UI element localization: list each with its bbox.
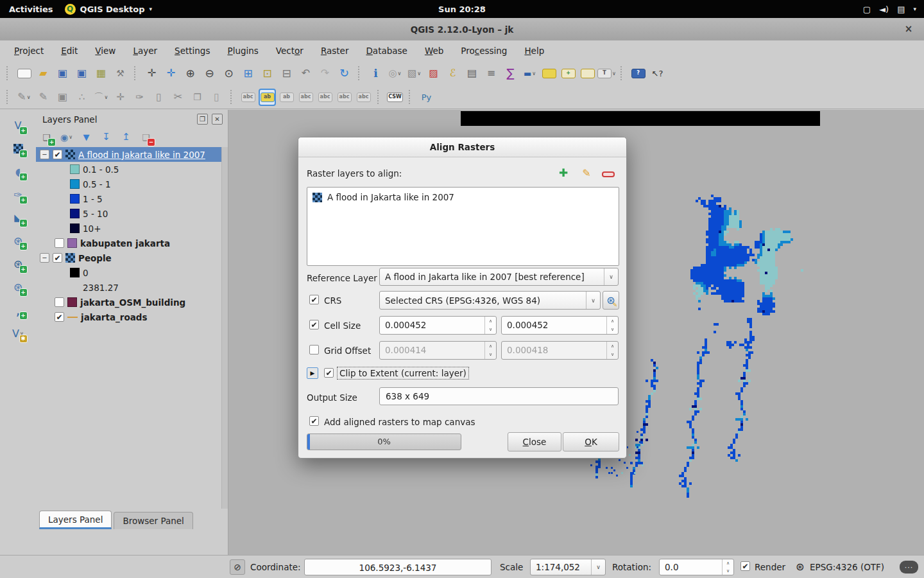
- paste-features-icon[interactable]: ▯: [209, 89, 225, 105]
- add-wcs-layer-icon[interactable]: ⊛+: [10, 279, 26, 295]
- menu-raster[interactable]: Raster: [321, 46, 349, 56]
- zoom-to-selection-icon[interactable]: ⊡: [259, 66, 275, 82]
- add-vector-layer-icon[interactable]: V+: [10, 118, 26, 134]
- add-raster-layer-icon[interactable]: +: [10, 141, 26, 157]
- volume-icon[interactable]: ◄): [879, 4, 889, 14]
- toggle-editing-icon[interactable]: ✎: [35, 89, 51, 105]
- extents-toggle-icon[interactable]: ⊘: [230, 559, 245, 575]
- ok-button[interactable]: OK: [563, 432, 619, 451]
- crs-select-button[interactable]: ⊛ ✎: [603, 291, 619, 310]
- legend-item[interactable]: 1 - 5: [36, 191, 221, 206]
- zoom-native-icon[interactable]: ⊙: [221, 66, 237, 82]
- refresh-icon[interactable]: ↻: [336, 66, 352, 82]
- render-checkbox[interactable]: ✔: [740, 561, 750, 571]
- window-close-button[interactable]: ×: [902, 22, 915, 35]
- collapse-all-icon[interactable]: ↥: [118, 129, 134, 145]
- delete-selected-icon[interactable]: ▯: [151, 89, 167, 105]
- clip-extent-checkbox[interactable]: ✔: [324, 368, 334, 378]
- select-features-icon[interactable]: ▧∨: [406, 66, 422, 82]
- add-oracle-layer-icon[interactable]: ⊛+: [10, 233, 26, 249]
- move-feature-icon[interactable]: ✛: [112, 89, 128, 105]
- copy-features-icon[interactable]: ❐: [189, 89, 205, 105]
- zoom-next-icon[interactable]: ↷: [317, 66, 333, 82]
- crs-combo[interactable]: Selected CRS (EPSG:4326, WGS 84) ∨: [379, 291, 601, 310]
- cell-size-x-spinbox[interactable]: 0.000452 ∧∨: [379, 316, 497, 335]
- menu-database[interactable]: Database: [366, 46, 407, 56]
- legend-item[interactable]: 5 - 10: [36, 206, 221, 221]
- label-move-icon[interactable]: abc: [317, 89, 333, 105]
- expand-all-icon[interactable]: ↧: [98, 129, 114, 145]
- menu-edit[interactable]: Edit: [61, 46, 78, 56]
- measure-icon[interactable]: ▬∨: [522, 66, 538, 82]
- battery-icon[interactable]: ▤: [897, 4, 905, 14]
- label-show-hide-icon[interactable]: abc: [298, 89, 314, 105]
- expander-icon[interactable]: −: [40, 253, 49, 263]
- select-by-expression-icon[interactable]: ℰ: [445, 66, 461, 82]
- new-shapefile-layer-icon[interactable]: V✱∨: [10, 326, 26, 342]
- identify-features-icon[interactable]: ℹ: [368, 66, 384, 82]
- add-to-canvas-checkbox[interactable]: ✔: [309, 416, 319, 426]
- run-feature-action-icon[interactable]: ◎∨: [387, 66, 403, 82]
- label-properties-icon[interactable]: abc: [355, 89, 372, 105]
- remove-layer-icon[interactable]: ❏−: [138, 129, 154, 145]
- coordinate-field[interactable]: 106.5923,-6.1437: [304, 559, 492, 575]
- menu-help[interactable]: Help: [524, 46, 544, 56]
- add-wfs-layer-icon[interactable]: ,+: [10, 302, 26, 319]
- whats-this-icon[interactable]: ↖?: [649, 66, 665, 82]
- dialog-titlebar[interactable]: Align Rasters: [298, 137, 626, 157]
- add-group-icon[interactable]: ❏+: [38, 129, 55, 145]
- layer-tree-item[interactable]: ✔jakarta_roads: [36, 310, 221, 324]
- zoom-full-icon[interactable]: ⊞: [240, 66, 256, 82]
- tab-browser-panel[interactable]: Browser Panel: [114, 512, 193, 529]
- layer-visibility-checkbox[interactable]: ✔: [53, 150, 62, 159]
- output-size-field[interactable]: 638 x 649: [379, 387, 619, 405]
- raster-layers-list[interactable]: A flood in Jakarta like in 2007: [307, 187, 619, 266]
- spin-arrows[interactable]: ∧∨: [484, 317, 496, 334]
- menu-layer[interactable]: Layer: [133, 46, 157, 56]
- menu-vector[interactable]: Vector: [276, 46, 304, 56]
- raster-list-item[interactable]: A flood in Jakarta like in 2007: [307, 188, 619, 207]
- label-highlight-icon[interactable]: ab: [278, 89, 295, 105]
- save-project-icon[interactable]: ▣: [55, 66, 71, 82]
- panel-float-icon[interactable]: ❐: [197, 114, 208, 125]
- menu-plugins[interactable]: Plugins: [227, 46, 258, 56]
- app-menu[interactable]: Q QGIS Desktop ▾: [65, 4, 152, 15]
- composer-manager-icon[interactable]: ⚒: [112, 66, 128, 82]
- menu-settings[interactable]: Settings: [175, 46, 210, 56]
- rotation-spinbox[interactable]: 0.0 ∧∨: [659, 559, 734, 575]
- layer-tree-item[interactable]: kabupaten jakarta: [36, 236, 221, 250]
- clip-extent-label[interactable]: Clip to Extent (current: layer): [337, 367, 469, 380]
- panel-close-icon[interactable]: ✕: [212, 114, 223, 125]
- layer-visibility-checkbox[interactable]: ✔: [53, 253, 62, 263]
- save-project-as-icon[interactable]: ▣: [74, 66, 90, 82]
- offset-curve-icon[interactable]: ✑: [132, 89, 148, 105]
- legend-item[interactable]: 0.1 - 0.5: [36, 162, 221, 177]
- layer-tree-item[interactable]: −✔People: [36, 250, 221, 265]
- add-mssql-layer-icon[interactable]: ◣+: [10, 210, 26, 226]
- label-rotate-icon[interactable]: abc: [336, 89, 352, 105]
- attribute-table-icon[interactable]: ▤: [464, 66, 480, 82]
- manage-visibility-icon[interactable]: ◉∨: [58, 129, 74, 145]
- pan-to-selection-icon[interactable]: ✛: [163, 66, 179, 82]
- display-icon[interactable]: ▢: [863, 4, 871, 14]
- layers-panel-scrollbar[interactable]: [221, 147, 228, 509]
- activities-button[interactable]: Activities: [9, 4, 53, 14]
- grid-offset-checkbox[interactable]: [309, 345, 319, 355]
- map-tips-icon[interactable]: [541, 66, 557, 82]
- node-tool-icon[interactable]: ⌒∨: [93, 89, 109, 105]
- menu-web[interactable]: Web: [425, 46, 443, 56]
- add-wms-layer-icon[interactable]: ⊛+: [10, 256, 26, 272]
- legend-item[interactable]: 0: [36, 265, 221, 280]
- menu-project[interactable]: Project: [14, 46, 44, 56]
- system-menu-chevron-icon[interactable]: ▾: [913, 6, 916, 12]
- open-project-icon[interactable]: ▰: [35, 66, 51, 82]
- python-console-icon[interactable]: Py: [418, 89, 434, 105]
- messages-bubble-icon[interactable]: ···: [900, 561, 918, 574]
- current-edits-icon[interactable]: ✎∨: [16, 89, 32, 105]
- crs-status-label[interactable]: EPSG:4326 (OTF): [810, 562, 884, 572]
- layer-tree-item[interactable]: jakarta_OSM_building: [36, 295, 221, 310]
- zoom-to-layer-icon[interactable]: ⊟: [278, 66, 295, 82]
- layer-visibility-checkbox[interactable]: ✔: [55, 312, 64, 322]
- zoom-out-icon[interactable]: ⊖: [201, 66, 218, 82]
- zoom-in-icon[interactable]: ⊕: [182, 66, 198, 82]
